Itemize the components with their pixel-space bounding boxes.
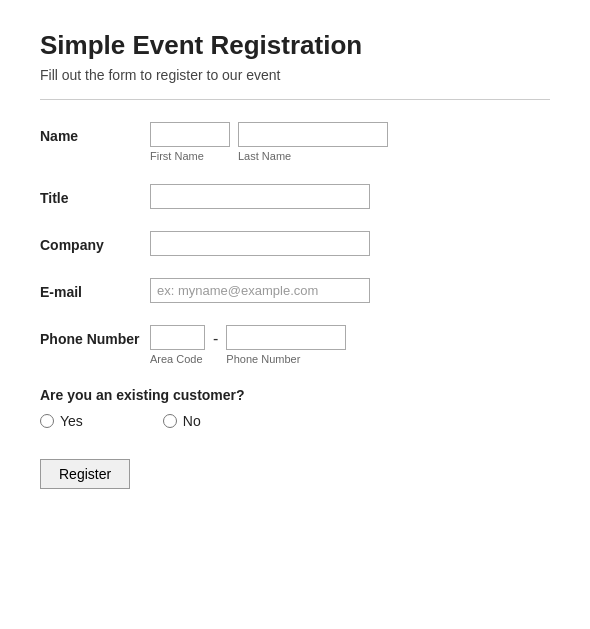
- yes-radio[interactable]: [40, 414, 54, 428]
- no-label: No: [183, 413, 201, 429]
- area-code-wrapper: Area Code: [150, 325, 205, 365]
- phone-number-input[interactable]: [226, 325, 346, 350]
- title-label: Title: [40, 184, 150, 206]
- customer-radio-group: Yes No: [40, 413, 550, 429]
- yes-option[interactable]: Yes: [40, 413, 83, 429]
- phone-label: Phone Number: [40, 325, 150, 347]
- title-controls: [150, 184, 550, 209]
- phone-input-group: Area Code - Phone Number: [150, 325, 550, 365]
- page-title: Simple Event Registration: [40, 30, 550, 61]
- company-input[interactable]: [150, 231, 370, 256]
- last-name-sublabel: Last Name: [238, 150, 388, 162]
- name-label: Name: [40, 122, 150, 144]
- phone-separator: -: [213, 325, 218, 348]
- phone-number-wrapper: Phone Number: [226, 325, 346, 365]
- customer-question-label: Are you an existing customer?: [40, 387, 550, 403]
- area-code-input[interactable]: [150, 325, 205, 350]
- title-row: Title: [40, 184, 550, 209]
- email-controls: [150, 278, 550, 303]
- name-input-group: First Name Last Name: [150, 122, 550, 162]
- company-label: Company: [40, 231, 150, 253]
- name-controls: First Name Last Name: [150, 122, 550, 162]
- name-row: Name First Name Last Name: [40, 122, 550, 162]
- email-input[interactable]: [150, 278, 370, 303]
- last-name-wrapper: Last Name: [238, 122, 388, 162]
- divider: [40, 99, 550, 100]
- page-subtitle: Fill out the form to register to our eve…: [40, 67, 550, 83]
- last-name-input[interactable]: [238, 122, 388, 147]
- register-button[interactable]: Register: [40, 459, 130, 489]
- yes-label: Yes: [60, 413, 83, 429]
- first-name-wrapper: First Name: [150, 122, 230, 162]
- first-name-input[interactable]: [150, 122, 230, 147]
- no-option[interactable]: No: [163, 413, 201, 429]
- company-row: Company: [40, 231, 550, 256]
- company-controls: [150, 231, 550, 256]
- phone-number-sublabel: Phone Number: [226, 353, 346, 365]
- first-name-sublabel: First Name: [150, 150, 230, 162]
- email-label: E-mail: [40, 278, 150, 300]
- phone-controls: Area Code - Phone Number: [150, 325, 550, 365]
- title-input[interactable]: [150, 184, 370, 209]
- phone-row: Phone Number Area Code - Phone Number: [40, 325, 550, 365]
- email-row: E-mail: [40, 278, 550, 303]
- area-code-sublabel: Area Code: [150, 353, 205, 365]
- no-radio[interactable]: [163, 414, 177, 428]
- customer-question-section: Are you an existing customer? Yes No: [40, 387, 550, 429]
